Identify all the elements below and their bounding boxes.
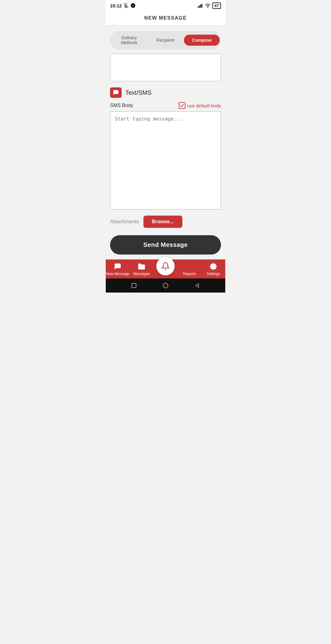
nav-reports[interactable]: Reports: [177, 263, 201, 276]
nav-messages[interactable]: Messages: [130, 263, 154, 276]
svg-point-11: [117, 92, 117, 93]
svg-point-9: [114, 92, 115, 93]
page-header: NEW MESSAGE: [106, 11, 225, 25]
tab-recipient[interactable]: Recipient: [148, 35, 184, 46]
bell-icon: [161, 262, 170, 270]
svg-rect-7: [201, 4, 202, 8]
messenger-icon: [130, 3, 136, 8]
top-textarea[interactable]: [110, 54, 221, 81]
battery-indicator: 47: [212, 2, 221, 9]
send-message-button[interactable]: Send Message: [110, 235, 221, 255]
nav-messages-label: Messages: [133, 272, 150, 276]
sms-section: Text/SMS SMS Body use default body: [106, 86, 225, 216]
tab-compose[interactable]: Compose: [184, 35, 220, 46]
triangle-icon: [194, 283, 200, 288]
chat-icon: [112, 89, 119, 96]
nav-center: [154, 263, 177, 275]
svg-rect-6: [200, 5, 201, 8]
signal-icon: [198, 3, 203, 8]
sms-label-row: Text/SMS: [110, 87, 221, 98]
nav-reports-label: Reports: [183, 272, 196, 276]
sms-title: Text/SMS: [125, 89, 152, 96]
status-time: 15:12: [110, 3, 122, 8]
top-textarea-wrap: [106, 54, 225, 86]
android-square-btn[interactable]: [131, 282, 137, 289]
use-default-row[interactable]: use default body: [179, 102, 221, 109]
bottom-nav: New Message Messages Reports Setti: [106, 259, 225, 278]
svg-point-8: [207, 7, 208, 8]
android-system-bar: [106, 278, 225, 293]
svg-point-10: [116, 92, 116, 93]
checkmark-icon: [180, 103, 184, 108]
page-title: NEW MESSAGE: [144, 15, 187, 21]
svg-rect-18: [132, 283, 136, 288]
android-home-btn[interactable]: [162, 282, 169, 289]
nav-settings[interactable]: Settings: [201, 263, 225, 276]
nav-bell-button[interactable]: [156, 257, 175, 275]
message-icon: [114, 263, 122, 270]
circle-icon: [162, 282, 169, 289]
nav-new-message-label: New Message: [106, 272, 129, 276]
nav-settings-label: Settings: [207, 272, 220, 276]
svg-rect-4: [198, 6, 199, 8]
svg-rect-5: [199, 6, 200, 8]
mute-icon: [124, 3, 128, 8]
android-back-btn[interactable]: [194, 282, 200, 289]
tab-delivery-methods[interactable]: Delivery Methods: [111, 32, 147, 48]
svg-marker-20: [196, 284, 199, 287]
status-bar: 15:12 47: [106, 0, 225, 11]
nav-new-message[interactable]: New Message: [106, 263, 130, 276]
wifi-icon: [205, 3, 211, 8]
sms-body-label: SMS Body: [110, 103, 133, 108]
tab-steps-container: Delivery Methods Recipient Compose: [106, 25, 225, 54]
folder-icon: [138, 263, 146, 270]
attachments-row: Attachments Browse...: [106, 216, 225, 233]
attachments-label: Attachments: [110, 219, 139, 225]
sms-icon: [110, 87, 122, 98]
send-button-wrap: Send Message: [106, 233, 225, 259]
use-default-label: use default body: [187, 103, 221, 108]
browse-button[interactable]: Browse...: [143, 216, 182, 228]
gear-icon: [209, 263, 217, 270]
sms-body-textarea[interactable]: [110, 111, 221, 209]
svg-point-19: [163, 283, 168, 288]
tab-steps-inner: Delivery Methods Recipient Compose: [110, 31, 221, 49]
use-default-checkbox[interactable]: [179, 102, 185, 109]
main-content: Text/SMS SMS Body use default body Attac…: [106, 54, 225, 259]
square-icon: [131, 283, 137, 288]
chart-icon: [185, 263, 193, 270]
sms-body-row: SMS Body use default body: [110, 102, 221, 109]
